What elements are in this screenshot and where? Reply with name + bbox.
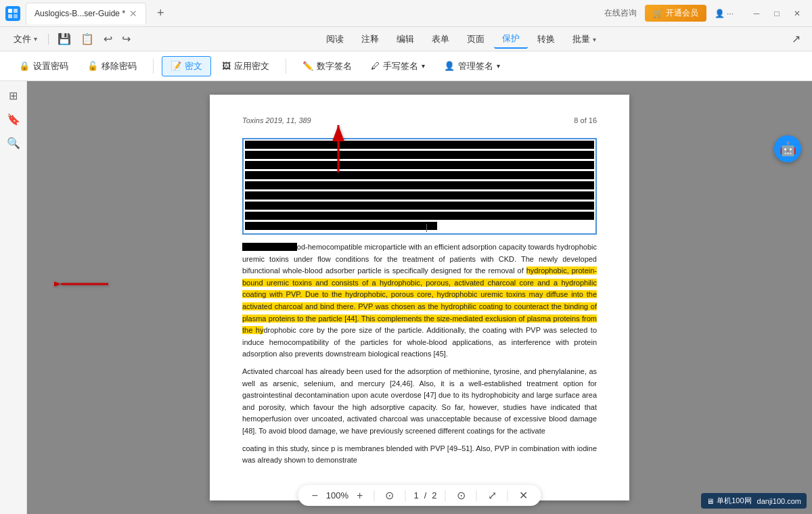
- svg-rect-1: [14, 9, 18, 13]
- menu-separator-1: [48, 34, 49, 45]
- redact-line-6: [245, 191, 594, 200]
- fit-page-button[interactable]: ⊙: [382, 489, 397, 502]
- close-button[interactable]: ✕: [788, 5, 807, 22]
- active-tab[interactable]: Auslogics-B...ser-Guide * ✕: [26, 3, 146, 24]
- svg-rect-0: [8, 9, 12, 13]
- tab-protect[interactable]: 保护: [494, 30, 528, 49]
- copy-icon[interactable]: 📋: [77, 30, 97, 47]
- tab-title: Auslogics-B...ser-Guide *: [35, 9, 125, 18]
- pdf-page: Toxins 2019, 11, 389 8 of 16: [210, 95, 629, 500]
- svg-rect-2: [8, 14, 12, 18]
- tab-read[interactable]: 阅读: [318, 30, 352, 48]
- redact-icon: 📝: [171, 61, 181, 71]
- partial-redact: [242, 243, 297, 251]
- sidebar: ⊞ 🔖 🔍: [0, 81, 27, 514]
- app-icon: [5, 6, 20, 21]
- zoom-value: 100%: [326, 490, 348, 500]
- fullscreen-button[interactable]: ⤢: [485, 489, 499, 502]
- vip-button[interactable]: 🛒 开通会员: [645, 5, 706, 22]
- zoom-in-button[interactable]: +: [354, 490, 365, 502]
- redact-line-9: [245, 222, 437, 230]
- redact-line-7: [245, 202, 594, 210]
- tab-form[interactable]: 表单: [424, 30, 457, 48]
- watermark-icon: 🖥: [706, 497, 714, 505]
- protect-sep-2: [286, 59, 286, 74]
- page-current: 1: [413, 490, 418, 500]
- page-total: 2: [432, 490, 436, 500]
- minimize-button[interactable]: ─: [747, 5, 766, 22]
- unlock-icon: 🔓: [87, 61, 98, 71]
- paragraph-2-cont: coating in this study, since p is membra…: [242, 443, 597, 467]
- apply-redact-button[interactable]: 🖼 应用密文: [214, 57, 277, 76]
- highlighted-text: hydrophobic, protein-bound uremic toxins…: [242, 266, 597, 334]
- svg-rect-3: [14, 14, 18, 18]
- digital-sign-button[interactable]: ✏️ 数字签名: [294, 57, 360, 76]
- sidebar-thumbnail-icon[interactable]: ⊞: [9, 89, 18, 102]
- file-menu-arrow: ▾: [34, 35, 37, 43]
- bottom-sep-4: [476, 490, 477, 501]
- sidebar-search-icon[interactable]: 🔍: [7, 137, 20, 149]
- redact-line-1: [245, 141, 594, 149]
- maximize-button[interactable]: □: [767, 5, 786, 22]
- redact-line-2: [245, 151, 594, 159]
- external-link-icon[interactable]: ↗: [788, 30, 804, 47]
- tab-edit[interactable]: 编辑: [388, 30, 422, 48]
- bottom-sep-1: [374, 490, 374, 501]
- redacted-blocks[interactable]: [242, 138, 597, 235]
- online-consult-link[interactable]: 在线咨询: [604, 7, 637, 19]
- tab-convert[interactable]: 转换: [529, 30, 563, 48]
- paragraph-2: Activated charcoal has already been used…: [242, 366, 597, 438]
- fit-width-button[interactable]: ⊙: [454, 489, 468, 502]
- digital-sign-icon: ✏️: [302, 61, 313, 71]
- handwrite-arrow: ▾: [422, 62, 425, 70]
- tab-close-button[interactable]: ✕: [129, 8, 137, 19]
- menu-tabs: 阅读 注释 编辑 表单 页面 保护 转换 批量 ▾: [318, 30, 604, 49]
- redact-line-8: [245, 212, 594, 220]
- watermark: 🖥 单机100网 danji100.com: [701, 493, 807, 509]
- tab-page[interactable]: 页面: [459, 30, 493, 48]
- undo-button[interactable]: ↩: [100, 30, 116, 47]
- batch-menu-arrow: ▾: [593, 36, 596, 43]
- titlebar: Auslogics-B...ser-Guide * ✕ + 在线咨询 🛒 开通会…: [0, 0, 812, 27]
- pdf-viewer[interactable]: 🤖 Toxins 2019, 11, 389 8 of 16: [27, 81, 812, 514]
- close-toolbar-button[interactable]: ✕: [516, 489, 531, 502]
- watermark-url: danji100.com: [757, 497, 801, 505]
- pdf-body-text: od-hemocompatible microparticle with an …: [242, 241, 597, 467]
- redact-line-5: [245, 181, 594, 189]
- body-text-2: drophobic core by the pore size of the p…: [242, 326, 597, 358]
- bottom-sep-2: [405, 490, 405, 501]
- bottom-sep-5: [508, 490, 508, 501]
- sidebar-bookmark-icon[interactable]: 🔖: [7, 113, 20, 126]
- page-number: 8 of 16: [574, 116, 597, 124]
- new-tab-button[interactable]: +: [152, 6, 170, 20]
- save-icon[interactable]: 💾: [54, 30, 74, 47]
- main-layout: ⊞ 🔖 🔍: [0, 81, 812, 514]
- redact-line-4: [245, 171, 594, 179]
- tab-batch[interactable]: 批量 ▾: [564, 30, 604, 48]
- remove-password-button[interactable]: 🔓 移除密码: [79, 57, 145, 76]
- arrow-top: [318, 118, 359, 182]
- tab-annotate[interactable]: 注释: [353, 30, 387, 48]
- zoom-out-button[interactable]: −: [309, 490, 320, 502]
- bottom-toolbar: − 100% + ⊙ 1 / 2 ⊙ ⤢ ✕: [298, 485, 541, 506]
- manage-arrow: ▾: [497, 62, 500, 70]
- protect-sep-1: [153, 59, 154, 74]
- protect-toolbar: 🔒 设置密码 🔓 移除密码 📝 密文 🖼 应用密文 ✏️ 数字签名 🖊 手写签名…: [0, 51, 812, 81]
- handwrite-sign-button[interactable]: 🖊 手写签名 ▾: [363, 57, 433, 76]
- page-separator: /: [424, 490, 427, 500]
- page-header: Toxins 2019, 11, 389 8 of 16: [242, 116, 597, 124]
- lock-icon: 🔒: [19, 61, 30, 71]
- menubar: 文件 ▾ 💾 📋 ↩ ↪ 阅读 注释 编辑 表单 页面 保护 转换 批量 ▾ ↗: [0, 27, 812, 51]
- redact-button[interactable]: 📝 密文: [162, 56, 211, 76]
- user-area[interactable]: 👤 ···: [715, 9, 734, 18]
- redo-button[interactable]: ↪: [118, 30, 134, 47]
- arrow-left: [54, 264, 115, 307]
- set-password-button[interactable]: 🔒 设置密码: [11, 57, 76, 76]
- manage-icon: 👤: [444, 61, 455, 71]
- redact-line-3: [245, 161, 594, 169]
- pen-icon: 🖊: [371, 61, 380, 71]
- file-menu[interactable]: 文件 ▾: [8, 30, 43, 48]
- watermark-site: 单机100网: [717, 496, 751, 506]
- manage-sign-button[interactable]: 👤 管理签名 ▾: [436, 57, 508, 76]
- robot-assistant-icon[interactable]: 🤖: [774, 135, 801, 162]
